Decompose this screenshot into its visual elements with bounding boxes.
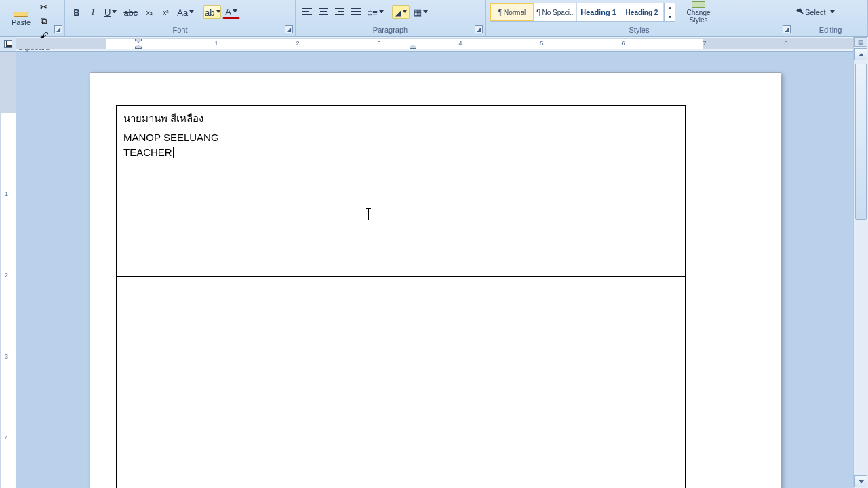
- ruler-number: 7: [703, 40, 706, 47]
- vertical-scrollbar[interactable]: ▤: [853, 37, 868, 488]
- select-button[interactable]: Select: [797, 8, 835, 16]
- change-case-button[interactable]: Aa: [174, 5, 197, 19]
- table-cell[interactable]: [401, 106, 685, 277]
- styles-launcher[interactable]: ◢: [783, 25, 791, 33]
- style-heading-2[interactable]: Heading 2: [620, 3, 664, 21]
- scroll-track[interactable]: [854, 61, 868, 474]
- table-cell[interactable]: [117, 447, 401, 489]
- ruler-number: 8: [784, 40, 787, 47]
- document-table[interactable]: นายมานพ สีเหลือง MANOP SEELUANG TEACHER: [116, 105, 686, 488]
- paste-button[interactable]: Paste: [7, 12, 35, 30]
- tab-left-icon: [4, 40, 12, 48]
- align-right-button[interactable]: [332, 5, 347, 19]
- workarea: 1 2 3 4 นายมานพ สีเหลือง MANOP SEELUANG …: [0, 52, 853, 488]
- shading-button[interactable]: ◢: [392, 5, 410, 19]
- chevron-down-icon: [379, 10, 384, 15]
- highlight-button[interactable]: ab: [203, 5, 221, 19]
- clipboard-icon: [14, 12, 28, 17]
- change-styles-label: Change Styles: [686, 9, 710, 24]
- table-row: [117, 447, 686, 489]
- right-indent-marker[interactable]: [410, 45, 416, 49]
- ruler-number: 2: [5, 272, 8, 279]
- horizontal-ruler[interactable]: 1 2 3 4 5 6 7 8: [16, 38, 854, 49]
- table-cell[interactable]: [401, 277, 685, 447]
- clipboard-launcher[interactable]: ◢: [54, 25, 62, 33]
- align-justify-button[interactable]: [349, 5, 363, 19]
- first-line-indent-marker[interactable]: [135, 39, 142, 43]
- group-clipboard: Paste ✂ ⧉ 🖌 Clipboard ◢: [3, 0, 65, 36]
- ruler-number: 4: [5, 434, 8, 441]
- font-color-button[interactable]: A: [222, 5, 240, 19]
- table-cell[interactable]: [117, 277, 401, 447]
- chevron-down-icon: [233, 9, 237, 14]
- group-font: B I U abc x x Aa ab A Font ◢: [65, 0, 296, 36]
- table-row: นายมานพ สีเหลือง MANOP SEELUANG TEACHER: [117, 106, 686, 277]
- chevron-down-icon: [189, 10, 194, 15]
- align-justify-icon: [351, 8, 361, 16]
- copy-button[interactable]: ⧉: [37, 14, 50, 28]
- document-viewport[interactable]: นายมานพ สีเหลือง MANOP SEELUANG TEACHER: [16, 52, 853, 488]
- style-normal[interactable]: ¶ Normal: [490, 3, 534, 21]
- underline-button[interactable]: U: [102, 5, 119, 19]
- paste-label: Paste: [12, 18, 31, 26]
- cell-line-2: MANOP SEELUANG: [123, 130, 394, 145]
- highlighter-icon: ab: [205, 7, 214, 18]
- paragraph-group-label: Paragraph: [296, 24, 485, 36]
- ribbon: Paste ✂ ⧉ 🖌 Clipboard ◢ B I U abc x x Aa…: [0, 0, 868, 37]
- borders-icon: ▦: [414, 7, 422, 18]
- chevron-down-icon: [403, 10, 407, 15]
- select-label: Select: [805, 8, 826, 16]
- triangle-up-icon: [859, 53, 864, 56]
- ruler-toggle-button[interactable]: ▤: [854, 37, 867, 47]
- page[interactable]: นายมานพ สีเหลือง MANOP SEELUANG TEACHER: [90, 72, 781, 488]
- scroll-down-button[interactable]: [854, 475, 867, 487]
- paragraph-launcher[interactable]: ◢: [475, 25, 483, 33]
- table-cell[interactable]: นายมานพ สีเหลือง MANOP SEELUANG TEACHER: [117, 106, 401, 277]
- borders-button[interactable]: ▦: [411, 5, 431, 19]
- superscript-button[interactable]: x: [158, 5, 173, 19]
- group-styles: ¶ Normal ¶ No Spaci.. Heading 1 Heading …: [486, 0, 793, 36]
- font-launcher[interactable]: ◢: [285, 25, 293, 33]
- ruler-row: 1 2 3 4 5 6 7 8: [0, 37, 868, 52]
- ruler-number: 6: [621, 40, 625, 47]
- chevron-down-icon: [830, 10, 835, 15]
- ruler-number: 4: [458, 40, 462, 47]
- ruler-number: 3: [377, 40, 380, 47]
- align-left-button[interactable]: [300, 5, 315, 19]
- editing-group-label: Editing: [793, 24, 867, 36]
- scissors-icon: ✂: [40, 2, 47, 12]
- vertical-ruler[interactable]: 1 2 3 4: [0, 52, 16, 488]
- ruler-number: 1: [214, 40, 218, 47]
- style-gallery-more[interactable]: ▴ ▾: [664, 3, 675, 21]
- change-styles-icon: [692, 1, 705, 8]
- bold-button[interactable]: B: [69, 5, 84, 19]
- copy-icon: ⧉: [41, 16, 47, 26]
- text-cursor: [173, 147, 174, 158]
- font-group-label: Font: [65, 24, 295, 36]
- table-cell[interactable]: [401, 447, 685, 489]
- cut-button[interactable]: ✂: [37, 0, 50, 14]
- align-center-button[interactable]: [316, 5, 331, 19]
- scroll-thumb[interactable]: [855, 64, 867, 220]
- line-spacing-button[interactable]: ‡≡: [365, 5, 387, 19]
- style-no-spacing[interactable]: ¶ No Spaci..: [534, 3, 577, 21]
- table-row: [117, 277, 686, 447]
- cursor-icon: [796, 8, 804, 16]
- change-styles-button[interactable]: Change Styles: [681, 1, 716, 24]
- subscript-button[interactable]: x: [142, 5, 157, 19]
- group-paragraph: ‡≡ ◢ ▦ Paragraph ◢: [296, 0, 486, 36]
- align-right-icon: [335, 8, 344, 16]
- cell-line-3: TEACHER: [123, 145, 394, 160]
- styles-group-label: Styles: [486, 24, 793, 36]
- paint-bucket-icon: ◢: [395, 7, 401, 18]
- strikethrough-button[interactable]: abc: [121, 5, 140, 19]
- style-heading-1[interactable]: Heading 1: [577, 3, 620, 21]
- hanging-indent-marker[interactable]: [135, 45, 142, 49]
- chevron-down-icon: ▾: [665, 12, 675, 21]
- chevron-down-icon: [112, 10, 117, 15]
- ruler-number: 3: [5, 353, 8, 360]
- italic-button[interactable]: I: [85, 5, 100, 19]
- scroll-up-button[interactable]: [854, 48, 867, 60]
- triangle-down-icon: [859, 480, 864, 483]
- group-editing: Select Editing: [793, 0, 868, 36]
